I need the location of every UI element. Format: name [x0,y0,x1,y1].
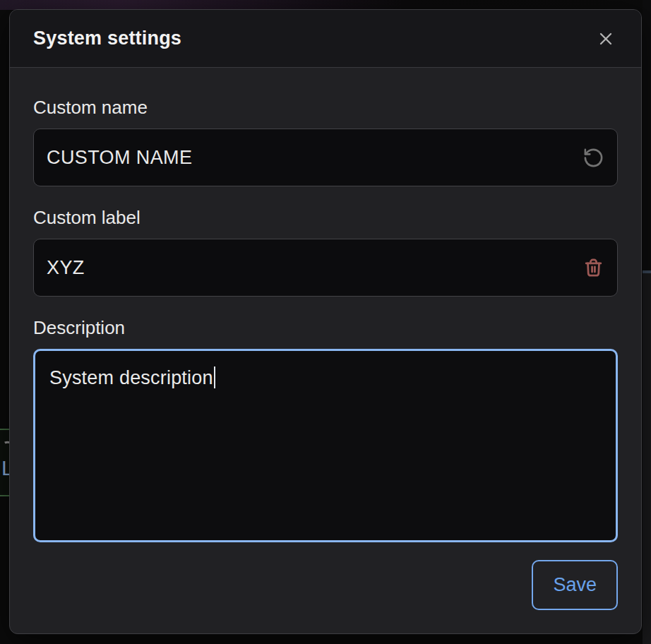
backdrop-right-lower-panel [643,273,651,644]
reset-custom-name-button[interactable] [579,143,607,172]
backdrop-page-fragment-right [643,0,651,644]
description-textarea[interactable]: System description [33,349,618,542]
dialog-title: System settings [33,28,181,49]
trash-icon [582,256,605,280]
backdrop-curve-fragment [0,439,9,456]
undo-icon [583,147,604,169]
custom-label-field [33,239,618,297]
description-label: Description [33,316,618,339]
dialog-footer: Save [10,560,641,610]
save-button[interactable]: Save [532,560,618,610]
dialog-header: System settings [10,10,641,68]
backdrop-right-divider [643,270,651,273]
text-caret [214,366,215,388]
dialog-body: Custom name Custom label [10,68,641,542]
custom-label-input[interactable] [47,257,579,279]
screen: L System settings Custom name [0,0,651,644]
close-icon [596,29,616,49]
backdrop-page-fragment-left: L [0,429,9,496]
custom-name-input[interactable] [47,147,579,169]
backdrop-partial-text: L [1,457,9,479]
system-settings-dialog: System settings Custom name [9,9,642,634]
custom-name-label: Custom name [33,96,618,119]
custom-name-field [33,129,618,186]
description-text: System description [49,367,213,388]
close-button[interactable] [592,25,620,53]
custom-label-label: Custom label [33,206,618,229]
delete-custom-label-button[interactable] [579,254,607,282]
backdrop-top-glow [0,0,651,10]
